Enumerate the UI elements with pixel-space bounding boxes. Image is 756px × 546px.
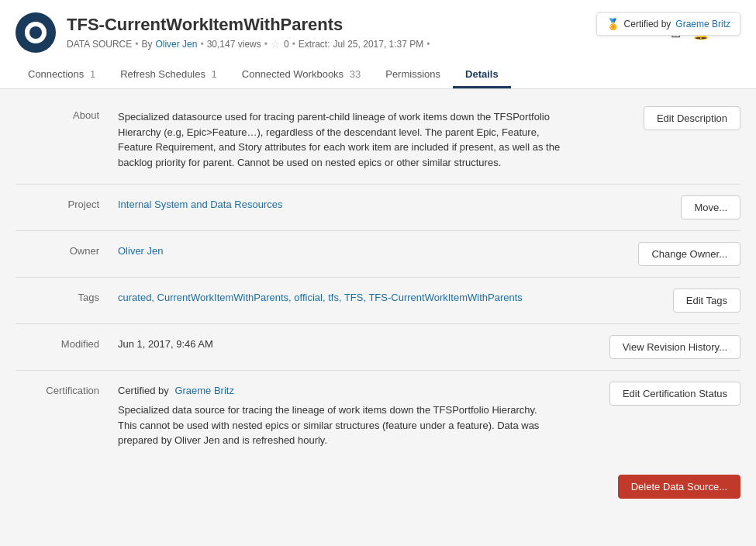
details-table: About Specialized datasource used for tr… <box>16 95 740 462</box>
tags-value: curated, CurrentWorkItemWithParents, off… <box>109 278 585 324</box>
modified-row: Modified Jun 1, 2017, 9:46 AM View Revis… <box>16 324 740 371</box>
page-title: TFS-CurrentWorkItemWithParents <box>67 15 655 35</box>
tags-row: Tags curated, CurrentWorkItemWithParents… <box>16 278 740 324</box>
tab-details-label: Details <box>465 68 499 80</box>
dot-1: • <box>135 39 138 50</box>
content-area: About Specialized datasource used for tr… <box>0 89 756 546</box>
certified-by-link[interactable]: Graeme Britz <box>675 19 730 29</box>
project-link[interactable]: Internal System and Data Resources <box>118 199 282 210</box>
change-owner-button[interactable]: Change Owner... <box>638 242 740 266</box>
star-area[interactable]: ☆ 0 <box>271 38 289 50</box>
tab-refresh-schedules-label: Refresh Schedules <box>120 68 205 80</box>
tab-permissions[interactable]: Permissions <box>373 62 453 88</box>
modified-label: Modified <box>16 324 109 371</box>
certification-note: Specialized data source for tracing the … <box>118 403 552 448</box>
dot-2: • <box>200 39 203 50</box>
tags-action: Edit Tags <box>585 278 740 324</box>
nav-tabs: Connections 1 Refresh Schedules 1 Connec… <box>16 62 740 88</box>
edit-certification-status-button[interactable]: Edit Certification Status <box>609 382 740 406</box>
dot-5: • <box>426 39 430 50</box>
header-meta: DATA SOURCE • By Oliver Jen • 30,147 vie… <box>67 38 655 50</box>
certified-label: Certified by <box>624 19 671 29</box>
star-icon: ☆ <box>271 38 281 50</box>
owner-row: Owner Oliver Jen Change Owner... <box>16 231 740 278</box>
about-value: Specialized datasource used for tracing … <box>109 95 585 185</box>
tab-connections[interactable]: Connections 1 <box>16 62 108 88</box>
tab-connected-workbooks-label: Connected Workbooks <box>242 68 343 80</box>
certified-by-line: Certified by Graeme Britz <box>118 385 576 396</box>
modified-value: Jun 1, 2017, 9:46 AM <box>109 324 585 371</box>
delete-data-source-button[interactable]: Delete Data Source... <box>618 475 740 499</box>
tab-details[interactable]: Details <box>453 62 511 88</box>
owner-label: Owner <box>16 231 109 278</box>
tab-connections-label: Connections <box>28 68 84 80</box>
tab-refresh-schedules-count: 1 <box>212 68 217 80</box>
tab-connections-count: 1 <box>90 68 95 80</box>
type-label: DATA SOURCE <box>67 39 132 50</box>
modified-action: View Revision History... <box>585 324 740 371</box>
certification-user-link[interactable]: Graeme Britz <box>174 385 234 396</box>
extract-label: Extract: <box>299 39 330 50</box>
owner-action: Change Owner... <box>585 231 740 278</box>
project-action: Move... <box>585 185 740 231</box>
header-top: TFS-CurrentWorkItemWithParents DATA SOUR… <box>16 12 740 53</box>
certification-label: Certification <box>16 371 109 462</box>
dot-3: • <box>264 39 268 50</box>
certification-row: Certification Certified by Graeme Britz … <box>16 371 740 462</box>
footer-row: Delete Data Source... <box>16 462 740 499</box>
datasource-icon-inner <box>25 22 47 43</box>
tab-connected-workbooks[interactable]: Connected Workbooks 33 <box>230 62 373 88</box>
edit-description-button[interactable]: Edit Description <box>644 106 740 130</box>
certified-by-prefix: Certified by <box>118 385 169 396</box>
owner-link[interactable]: Oliver Jen <box>118 245 164 257</box>
view-revision-history-button[interactable]: View Revision History... <box>609 335 740 359</box>
certification-value: Certified by Graeme Britz Specialized da… <box>109 371 585 462</box>
by-label: By <box>141 39 152 50</box>
views-count: 30,147 views <box>207 39 261 50</box>
tab-refresh-schedules[interactable]: Refresh Schedules 1 <box>108 62 230 88</box>
about-action: Edit Description <box>585 95 740 185</box>
author-link[interactable]: Oliver Jen <box>155 39 197 50</box>
tab-connected-workbooks-count: 33 <box>350 68 361 80</box>
header-title-area: TFS-CurrentWorkItemWithParents DATA SOUR… <box>67 15 655 50</box>
dot-4: • <box>292 39 295 50</box>
edit-tags-button[interactable]: Edit Tags <box>673 289 740 313</box>
about-description: Specialized datasource used for tracing … <box>118 109 576 170</box>
header: TFS-CurrentWorkItemWithParents DATA SOUR… <box>0 0 756 89</box>
certification-action: Edit Certification Status <box>585 371 740 462</box>
project-row: Project Internal System and Data Resourc… <box>16 185 740 231</box>
tab-permissions-label: Permissions <box>385 68 440 80</box>
certified-icon: 🏅 <box>606 18 620 30</box>
certified-badge: 🏅 Certified by Graeme Britz <box>596 12 740 36</box>
extract-date: Jul 25, 2017, 1:37 PM <box>333 39 424 50</box>
datasource-icon <box>16 12 56 53</box>
owner-value: Oliver Jen <box>109 231 585 278</box>
page-container: TFS-CurrentWorkItemWithParents DATA SOUR… <box>0 0 756 546</box>
project-label: Project <box>16 185 109 231</box>
move-button[interactable]: Move... <box>681 195 740 219</box>
star-count: 0 <box>284 39 289 50</box>
tags-list: curated, CurrentWorkItemWithParents, off… <box>118 292 523 303</box>
about-label: About <box>16 95 109 185</box>
project-value: Internal System and Data Resources <box>109 185 585 231</box>
about-row: About Specialized datasource used for tr… <box>16 95 740 185</box>
tags-label: Tags <box>16 278 109 324</box>
